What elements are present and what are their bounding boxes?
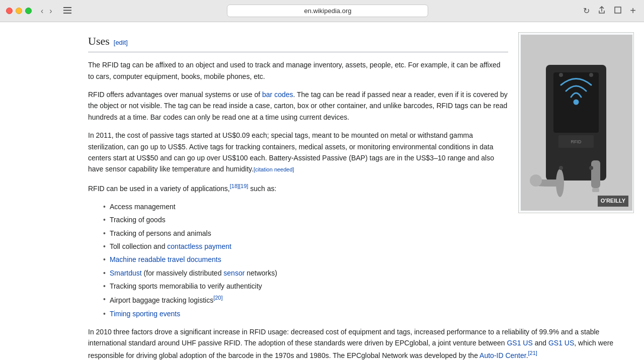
svg-rect-3 (615, 7, 621, 13)
fullscreen-icon (614, 6, 622, 14)
fullscreen-button[interactable] (612, 5, 624, 17)
travel-docs-link[interactable]: Machine readable travel documents (110, 254, 221, 265)
forward-button[interactable]: › (47, 6, 54, 17)
cite-18-link[interactable]: [18] (230, 183, 239, 189)
uses-list: Access management Tracking of goods Trac… (103, 201, 634, 319)
rfid-door-lock-image: RFID O'REI (521, 35, 632, 211)
sidebar-icon (63, 7, 71, 14)
list-item-timing-sporting: Timing sporting events (103, 308, 634, 319)
share-icon (598, 6, 606, 14)
svg-rect-2 (63, 13, 71, 14)
svg-point-15 (559, 166, 563, 170)
smartdust-link[interactable]: Smartdust (110, 269, 142, 277)
maximize-button[interactable] (25, 8, 32, 14)
citation-needed-link[interactable]: [citation needed] (254, 166, 294, 172)
list-item-smartdust: Smartdust (for massively distributed sen… (103, 267, 634, 279)
bar-codes-link[interactable]: bar codes (262, 90, 293, 99)
auto-id-center-link[interactable]: Auto-ID Center (479, 351, 526, 359)
uses-heading-text: Uses (88, 32, 110, 50)
content-wrapper: RFID O'REI (0, 22, 644, 362)
svg-text:RFID: RFID (571, 139, 582, 144)
bullet-sports-memorabilia: Tracking sports memorabilia to verify au… (110, 281, 262, 292)
list-item-toll-collection: Toll collection and contactless payment (103, 241, 634, 252)
address-bar[interactable]: en.wikipedia.org (227, 5, 428, 17)
list-item-airport-baggage: Airport baggage tracking logistics[20] (103, 294, 634, 306)
svg-point-14 (589, 73, 593, 77)
bullet-access-management: Access management (110, 201, 176, 212)
uses-para-after-list: In 2010 three factors drove a significan… (88, 326, 634, 361)
sensor-link[interactable]: sensor (223, 269, 245, 277)
address-bar-container: en.wikipedia.org (78, 5, 578, 17)
sidebar-toggle-button[interactable] (60, 6, 74, 17)
minimize-button[interactable] (16, 8, 22, 14)
bullet-toll-collection: Toll collection and contactless payment (110, 241, 231, 252)
list-item-travel-docs: Machine readable travel documents (103, 254, 634, 265)
bullet-tracking-goods: Tracking of goods (110, 214, 166, 225)
nav-buttons: ‹ › (39, 6, 54, 17)
svg-rect-0 (63, 7, 71, 8)
oreilly-watermark: O'REILLY (598, 196, 628, 207)
list-item-tracking-goods: Tracking of goods (103, 214, 508, 225)
svg-rect-11 (592, 188, 599, 192)
browser-chrome: ‹ › en.wikipedia.org ↻ + (0, 0, 644, 22)
uses-section-heading: Uses [edit] (88, 32, 508, 52)
svg-point-17 (530, 174, 542, 187)
list-item-access-management: Access management (103, 201, 508, 212)
bullet-smartdust: Smartdust (for massively distributed sen… (110, 267, 277, 279)
cite-21-link[interactable]: [21] (528, 350, 537, 356)
page-content: RFID O'REI (0, 22, 644, 362)
cite-19-link[interactable]: [19] (239, 183, 248, 189)
svg-point-13 (559, 73, 563, 77)
svg-rect-1 (63, 10, 71, 11)
svg-point-16 (589, 166, 593, 170)
reload-button[interactable]: ↻ (581, 5, 592, 17)
floating-image-box: RFID O'REI (518, 32, 634, 213)
door-lock-svg: RFID (521, 35, 632, 211)
wiki-content: RFID O'REI (0, 32, 644, 362)
svg-point-7 (574, 100, 578, 104)
gs1-us-link[interactable]: GS1 US (548, 339, 574, 347)
contactless-payment-link[interactable]: contactless payment (167, 242, 231, 250)
close-button[interactable] (6, 8, 13, 14)
uses-edit-link[interactable]: [edit] (114, 38, 128, 48)
traffic-lights (6, 8, 32, 14)
new-tab-button[interactable]: + (628, 4, 638, 18)
bullet-tracking-persons: Tracking of persons and animals (110, 228, 211, 239)
bullet-airport-baggage: Airport baggage tracking logistics[20] (110, 294, 223, 306)
browser-actions: ↻ + (581, 4, 638, 18)
list-item-sports-memorabilia: Tracking sports memorabilia to verify au… (103, 281, 634, 292)
share-button[interactable] (596, 5, 608, 17)
svg-rect-10 (591, 160, 600, 188)
timing-sporting-link[interactable]: Timing sporting events (110, 308, 180, 319)
back-button[interactable]: ‹ (39, 6, 45, 17)
cite-20-link[interactable]: [20] (213, 295, 222, 301)
gs1-link[interactable]: GS1 US (507, 339, 532, 347)
list-item-tracking-persons: Tracking of persons and animals (103, 228, 634, 239)
